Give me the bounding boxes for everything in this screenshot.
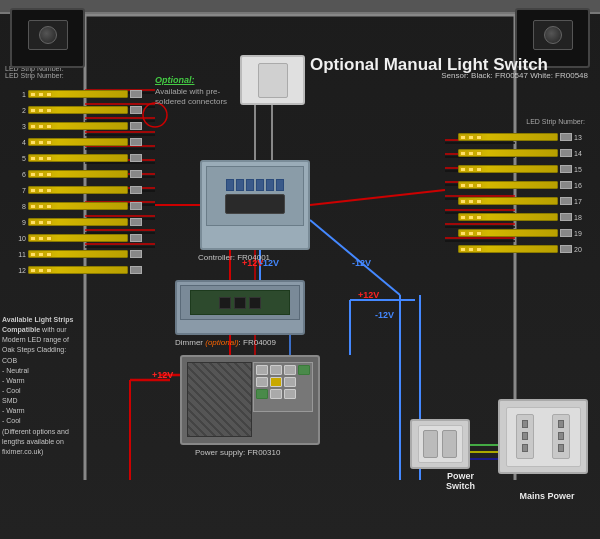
dimmer-label: Dimmer (optional): FR04009 <box>175 338 276 347</box>
controller-inner <box>206 166 304 226</box>
strip-body-1 <box>28 90 128 98</box>
mains-socket-1 <box>516 414 534 459</box>
led-strip-18: 18 <box>458 210 586 224</box>
power-switch-label: Power Switch <box>433 471 488 491</box>
voltage-plus12v-left: +12V <box>152 370 173 380</box>
led-strip-5: 5 <box>14 151 142 165</box>
voltage-minus12v-right: -12V <box>352 258 371 268</box>
led-strips-left: LED Strip Number: 1 2 3 4 5 <box>0 80 142 279</box>
strip-num-1: 1 <box>14 91 26 98</box>
knob-left <box>39 26 57 44</box>
svg-line-44 <box>310 190 445 205</box>
optional-annotation: Optional: Available with pre- soldered c… <box>155 75 235 107</box>
strip-num-2: 2 <box>14 107 26 114</box>
power-supply-terminals <box>253 362 313 412</box>
optional-switch-title: Optional Manual Light Switch <box>310 55 548 75</box>
box-inner-left <box>28 20 68 50</box>
switch-rocker <box>258 63 288 98</box>
knob-right <box>544 26 562 44</box>
led-strip-9: 9 <box>14 215 142 229</box>
power-supply-label: Power supply: FR00310 <box>195 448 280 457</box>
led-strip-1: 1 <box>14 87 142 101</box>
led-strip-4: 4 <box>14 135 142 149</box>
dimmer-label-suffix: : FR04009 <box>239 338 276 347</box>
dimmer-box <box>175 280 305 335</box>
voltage-minus12v-controller: -12V <box>260 258 279 268</box>
led-strip-17: 17 <box>458 194 586 208</box>
led-strip-12: 12 <box>14 263 142 277</box>
led-strip-16: 16 <box>458 178 586 192</box>
sidebar-heading2: Compatible <box>2 326 40 333</box>
led-strip-19: 19 <box>458 226 586 240</box>
power-switch-box <box>410 419 470 469</box>
led-strip-13: 13 <box>458 130 586 144</box>
dimmer-inner <box>180 285 300 320</box>
mains-power-label: Mains Power <box>502 491 592 501</box>
led-strip-8: 8 <box>14 199 142 213</box>
optional-green-text: Optional: <box>155 75 195 85</box>
power-supply-inner <box>182 357 318 443</box>
led-strip-7: 7 <box>14 183 142 197</box>
sidebar-text: Available Light Strips Compatible with o… <box>2 315 137 457</box>
left-strip-number-heading: LED Strip Number: <box>5 72 64 79</box>
led-strip-3: 3 <box>14 119 142 133</box>
box-inner-right <box>533 20 573 50</box>
dimmer-label-prefix: Dimmer <box>175 338 205 347</box>
dimmer-optional-text: (optional) <box>205 338 238 347</box>
power-supply-vent <box>187 362 252 437</box>
strip-connector-1 <box>130 90 142 98</box>
led-strip-15: 15 <box>458 162 586 176</box>
led-strip-10: 10 <box>14 231 142 245</box>
right-strip-number-heading: LED Strip Number: <box>526 118 585 125</box>
manual-switch <box>240 55 305 105</box>
optional-detail: Available with pre- soldered connectors <box>155 87 227 106</box>
power-supply-box <box>180 355 320 445</box>
led-strip-14: 14 <box>458 146 586 160</box>
black-box-left <box>10 8 85 68</box>
led-strip-2: 2 <box>14 103 142 117</box>
power-rocker <box>423 430 438 458</box>
led-strip-6: 6 <box>14 167 142 181</box>
voltage-minus12v-dimmer: -12V <box>375 310 394 320</box>
dimmer-board <box>190 290 290 315</box>
strip-led-1 <box>30 92 36 97</box>
led-strips-right: 13 14 15 16 17 18 19 <box>458 130 600 258</box>
led-strip-20: 20 <box>458 242 586 256</box>
sidebar-heading1: Available Light Strips <box>2 316 73 323</box>
controller-box <box>200 160 310 250</box>
led-strip-11: 11 <box>14 247 142 261</box>
diagram-container: LED Strip Number: 1 2 3 4 5 <box>0 0 600 539</box>
controller-chip <box>225 194 285 214</box>
sidebar-body: with our Modern LED range of Oak Steps C… <box>2 326 69 455</box>
voltage-plus12v-dimmer: +12V <box>358 290 379 300</box>
top-bar <box>0 0 600 14</box>
power-switch-inner <box>418 425 463 463</box>
mains-socket-2 <box>552 414 570 459</box>
mains-power-box <box>498 399 588 474</box>
controller-terminals <box>226 179 284 191</box>
mains-inner <box>506 407 581 467</box>
